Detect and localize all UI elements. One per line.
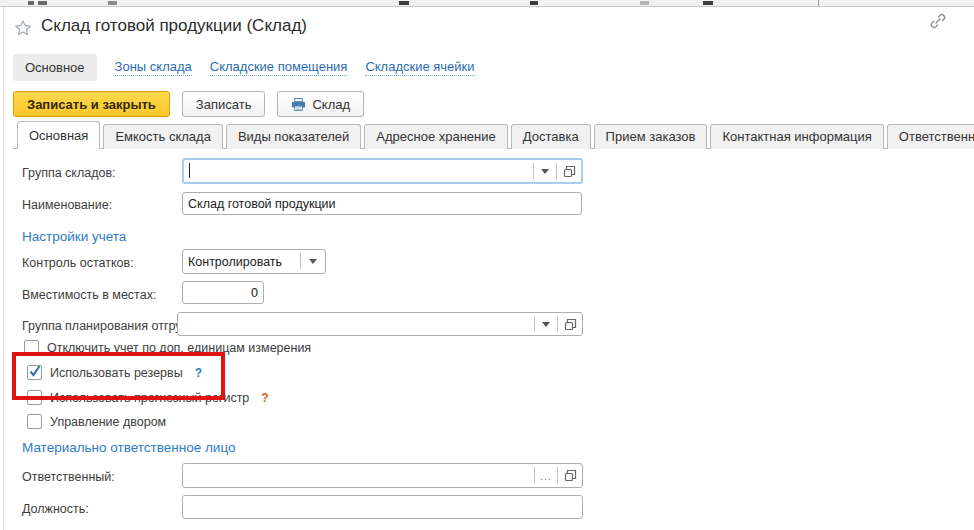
use-reserves-label: Использовать резервы <box>50 366 183 380</box>
tab-capacity[interactable]: Емкость склада <box>103 124 222 149</box>
print-warehouse-button[interactable]: Склад <box>277 91 364 117</box>
name-field[interactable] <box>182 192 582 215</box>
warehouse-group-open-button[interactable] <box>557 160 581 182</box>
open-form-icon <box>564 469 577 482</box>
tab-order-intake[interactable]: Прием заказов <box>594 124 708 149</box>
tab-delivery[interactable]: Доставка <box>511 124 591 149</box>
chevron-down-icon <box>309 259 317 264</box>
shipment-group-open-button[interactable] <box>558 313 582 335</box>
nav-item-warehouse-zones[interactable]: Зоны склада <box>115 59 192 76</box>
checkbox-row-yard-management[interactable]: Управление двором <box>27 414 166 429</box>
save-and-close-button[interactable]: Записать и закрыть <box>13 91 170 117</box>
open-form-icon <box>564 318 577 331</box>
name-label: Наименование: <box>22 198 112 212</box>
responsible-person-section: Материально ответственное лицо <box>22 440 235 455</box>
name-input[interactable] <box>183 193 581 214</box>
responsible-choose-button[interactable]: ... <box>535 464 557 487</box>
tab-bar: Основная Емкость склада Виды показателей… <box>17 121 974 149</box>
position-label: Должность: <box>22 502 89 516</box>
nav-bar: Основное Зоны склада Складские помещения… <box>13 54 475 81</box>
checkbox-unchecked-icon[interactable] <box>27 414 42 429</box>
open-form-icon <box>563 165 576 178</box>
tab-address-storage[interactable]: Адресное хранение <box>364 124 508 149</box>
save-button[interactable]: Записать <box>182 91 266 117</box>
yard-management-label: Управление двором <box>50 415 166 429</box>
page-title: Склад готовой продукции (Склад) <box>41 16 307 36</box>
printer-icon <box>291 98 306 111</box>
position-input[interactable] <box>183 496 582 518</box>
clipped-top-row <box>0 0 974 7</box>
checkbox-row-forecast-register[interactable]: Использовать прогнозный регистр ? <box>27 390 269 405</box>
capacity-input[interactable] <box>183 282 263 303</box>
checkbox-unchecked-icon[interactable] <box>27 390 42 405</box>
stock-control-label: Контроль остатков: <box>22 256 134 270</box>
checkbox-row-use-reserves[interactable]: Использовать резервы ? <box>27 365 202 380</box>
shipment-planning-group-label: Группа планирования отгрузки: <box>22 319 203 333</box>
favorite-star-icon[interactable] <box>13 18 33 38</box>
tab-responsible[interactable]: Ответственные <box>887 124 974 149</box>
warehouse-group-input[interactable] <box>190 160 533 182</box>
checkbox-checked-icon[interactable] <box>27 365 42 380</box>
accounting-settings-section: Настройки учета <box>22 229 126 244</box>
checkbox-unchecked-icon[interactable] <box>24 340 39 355</box>
forecast-register-help-icon[interactable]: ? <box>261 391 268 405</box>
command-bar: Записать и закрыть Записать Склад <box>13 91 364 117</box>
nav-item-warehouse-cells[interactable]: Складские ячейки <box>365 59 474 76</box>
responsible-field[interactable]: ... <box>182 463 583 488</box>
capacity-label: Вместимость в местах: <box>22 288 156 302</box>
print-warehouse-label: Склад <box>312 97 350 112</box>
warehouse-group-label: Группа складов: <box>22 166 116 180</box>
tab-main[interactable]: Основная <box>17 121 100 149</box>
position-field[interactable] <box>182 495 583 519</box>
responsible-open-button[interactable] <box>558 464 582 487</box>
tab-indicator-types[interactable]: Виды показателей <box>226 124 361 149</box>
warehouse-group-dropdown-button[interactable] <box>534 160 556 182</box>
responsible-input[interactable] <box>183 464 534 487</box>
shipment-planning-group-input[interactable] <box>178 313 534 335</box>
warehouse-group-field[interactable] <box>182 158 583 184</box>
nav-item-warehouse-rooms[interactable]: Складские помещения <box>210 59 348 76</box>
checkbox-row-disable-units[interactable]: Отключить учет по доп. единицам измерени… <box>24 340 311 355</box>
tab-contact-info[interactable]: Контактная информация <box>710 124 883 149</box>
chevron-down-icon <box>542 322 550 327</box>
get-link-icon[interactable] <box>929 12 947 30</box>
stock-control-dropdown-button[interactable] <box>301 250 325 273</box>
stock-control-value[interactable] <box>183 250 300 273</box>
nav-item-main[interactable]: Основное <box>13 54 97 81</box>
shipment-group-dropdown-button[interactable] <box>535 313 557 335</box>
forecast-register-label: Использовать прогнозный регистр <box>50 391 249 405</box>
ellipsis-icon: ... <box>538 470 554 482</box>
shipment-planning-group-field[interactable] <box>177 312 583 336</box>
disable-units-label: Отключить учет по доп. единицам измерени… <box>47 341 311 355</box>
chevron-down-icon <box>541 169 549 174</box>
responsible-label: Ответственный: <box>22 470 115 484</box>
stock-control-select[interactable] <box>182 249 326 274</box>
use-reserves-help-icon[interactable]: ? <box>195 366 202 380</box>
window-left-border <box>3 7 4 530</box>
capacity-field[interactable] <box>182 281 264 304</box>
